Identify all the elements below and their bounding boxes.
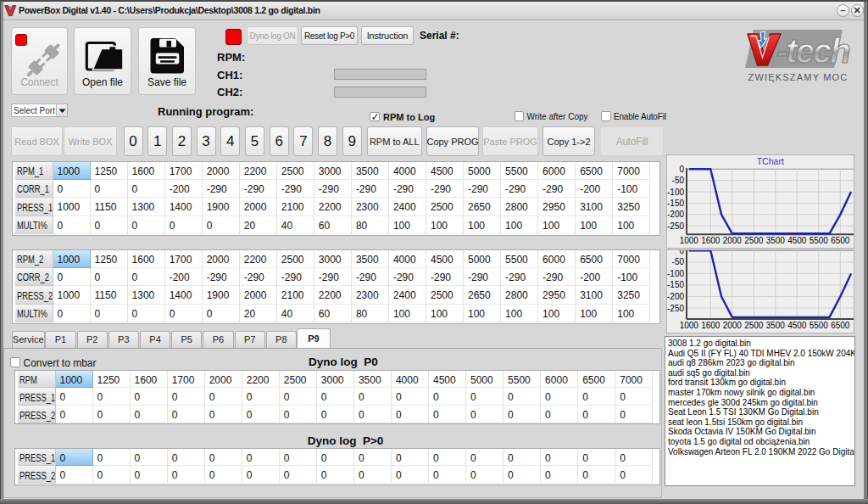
svg-text:1000: 1000 — [680, 321, 699, 330]
svg-text:2000: 2000 — [723, 236, 743, 245]
svg-text:4500: 4500 — [787, 321, 807, 330]
svg-text:2500: 2500 — [744, 236, 764, 245]
svg-text:-200: -200 — [667, 210, 684, 219]
svg-text:0: 0 — [679, 165, 684, 174]
svg-text:1600: 1600 — [701, 236, 721, 245]
svg-text:-100: -100 — [667, 268, 684, 277]
svg-text:-150: -150 — [667, 280, 684, 289]
svg-text:5500: 5500 — [810, 321, 829, 330]
svg-text:2500: 2500 — [744, 321, 764, 330]
svg-text:4500: 4500 — [787, 236, 807, 245]
svg-text:6500: 6500 — [831, 236, 850, 245]
svg-text:0: 0 — [679, 250, 684, 255]
svg-text:-100: -100 — [667, 188, 684, 197]
svg-text:-50: -50 — [672, 176, 685, 185]
svg-text:-tech: -tech — [776, 32, 849, 70]
svg-text:-150: -150 — [667, 199, 684, 208]
svg-text:1000: 1000 — [680, 236, 699, 245]
svg-text:1600: 1600 — [701, 321, 721, 330]
svg-text:-250: -250 — [667, 221, 684, 231]
svg-text:-50: -50 — [672, 257, 685, 266]
svg-text:6500: 6500 — [831, 321, 850, 330]
svg-text:5500: 5500 — [810, 236, 829, 245]
svg-text:3500: 3500 — [766, 236, 786, 245]
svg-text:2000: 2000 — [723, 321, 743, 330]
svg-text:-250: -250 — [667, 303, 684, 312]
svg-text:3500: 3500 — [766, 321, 786, 330]
svg-text:-200: -200 — [667, 292, 684, 301]
svg-text:TChart: TChart — [757, 156, 784, 166]
